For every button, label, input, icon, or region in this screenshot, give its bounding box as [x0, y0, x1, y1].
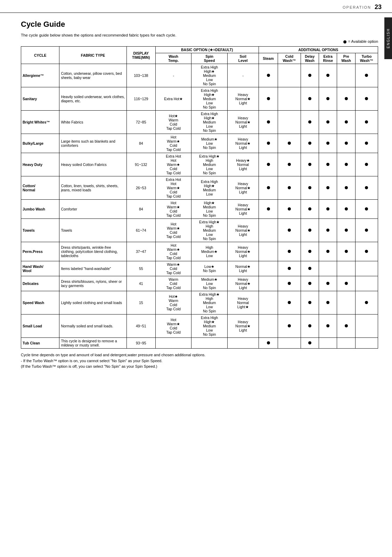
- availability-cell: [319, 242, 337, 261]
- availability-cell: [278, 219, 301, 242]
- table-cell: 93~95: [126, 338, 155, 349]
- available-dot: [288, 324, 291, 327]
- availability-cell: [278, 64, 301, 87]
- table-cell: 84: [126, 134, 155, 153]
- availability-cell: [319, 291, 337, 315]
- availability-cell: [337, 219, 355, 242]
- availability-cell: [355, 291, 378, 315]
- available-dot: [365, 163, 368, 166]
- availability-cell: [337, 291, 355, 315]
- table-row: Bulky/LargeLarge items such as blankets …: [21, 134, 378, 153]
- table-cell: Heavily soiled underwear, work clothes, …: [59, 87, 126, 111]
- availability-cell: [337, 242, 355, 261]
- availability-cell: [337, 276, 355, 291]
- available-dot: [365, 207, 368, 210]
- availability-cell: [278, 87, 301, 111]
- availability-cell: [278, 134, 301, 153]
- availability-cell: [319, 315, 337, 338]
- table-cell: WarmColdTap Cold: [155, 276, 191, 291]
- availability-cell: [355, 111, 378, 134]
- table-row: TowelsTowels61~74HotWarm★ColdTap ColdExt…: [21, 219, 378, 242]
- page-header: OPERATION 23: [0, 0, 392, 13]
- availability-cell: [319, 338, 337, 349]
- availability-cell: [355, 276, 378, 291]
- available-dot: [308, 120, 311, 124]
- available-dot: [267, 97, 270, 100]
- available-dot: [267, 163, 270, 166]
- table-cell: Heavy Duty: [21, 153, 59, 176]
- available-dot: [308, 229, 311, 232]
- available-dot: [326, 301, 329, 304]
- availability-cell: [301, 315, 319, 338]
- table-cell: HighMedium★Low: [191, 242, 228, 261]
- table-row: SanitaryHeavily soiled underwear, work c…: [21, 87, 378, 111]
- table-cell: Hand Wash/Wool: [21, 261, 59, 276]
- available-dot: [267, 186, 270, 189]
- available-dot: [288, 207, 291, 210]
- table-cell: HeavyNormal★Light: [227, 242, 259, 261]
- available-dot: [288, 163, 291, 166]
- col-header-wash: WashTemp.: [155, 53, 191, 64]
- availability-cell: [301, 64, 319, 87]
- available-dot: [308, 324, 311, 327]
- available-dot: [345, 207, 348, 210]
- availability-cell: [259, 315, 278, 338]
- table-cell: Allergiene™: [21, 64, 59, 87]
- footnote-line: - If the Turbo Wash™ option is on, you c…: [21, 358, 378, 364]
- table-cell: This cycle is designed to remove a milde…: [59, 338, 126, 349]
- availability-cell: [301, 261, 319, 276]
- table-cell: Extra High★HighMediumLowNo Spin: [191, 153, 228, 176]
- available-dot: [288, 267, 291, 270]
- availability-cell: [319, 261, 337, 276]
- availability-cell: [355, 338, 378, 349]
- availability-cell: [259, 261, 278, 276]
- table-cell: 55: [126, 261, 155, 276]
- table-cell: Medium★LowNo Spin: [191, 134, 228, 153]
- availability-cell: [337, 64, 355, 87]
- available-dot: [365, 97, 368, 100]
- availability-cell: [301, 276, 319, 291]
- table-cell: -: [155, 64, 191, 87]
- table-cell: Towels: [21, 219, 59, 242]
- availability-cell: [337, 261, 355, 276]
- table-cell: High★MediumLowNo Spin: [191, 200, 228, 219]
- availability-cell: [337, 153, 355, 176]
- available-dot: [267, 120, 270, 124]
- main-content: Cycle Guide The cycle guide below shows …: [0, 13, 392, 376]
- table-cell: Tub Clean: [21, 338, 59, 349]
- col-header-extra: ExtraRinse: [319, 53, 337, 64]
- table-cell: 26~53: [126, 176, 155, 200]
- bullet-icon: [343, 40, 346, 43]
- table-cell: Comforter: [59, 200, 126, 219]
- available-dot: [326, 229, 329, 232]
- availability-cell: [319, 153, 337, 176]
- table-cell: [191, 338, 228, 349]
- availability-cell: [355, 64, 378, 87]
- col-header-delay: DelayWash: [301, 53, 319, 64]
- available-dot: [267, 341, 270, 344]
- table-cell: Bulky/Large: [21, 134, 59, 153]
- table-cell: Normal★Light: [227, 261, 259, 276]
- availability-cell: [319, 111, 337, 134]
- availability-cell: [278, 176, 301, 200]
- col-header-steam: Steam: [259, 53, 278, 64]
- available-dot: [326, 250, 329, 253]
- available-dot: [345, 250, 348, 253]
- legend-text: = Available option: [348, 39, 378, 43]
- availability-cell: [337, 111, 355, 134]
- table-row: Bright Whites™White Fabrics72~85Hot★Warm…: [21, 111, 378, 134]
- availability-cell: [355, 242, 378, 261]
- table-row: DelicatesDress shirts/blouses, nylons, s…: [21, 276, 378, 291]
- table-cell: HeavyNormalLight★: [227, 291, 259, 315]
- table-cell: HotWarm★ColdTap Cold: [155, 242, 191, 261]
- table-cell: 84: [126, 200, 155, 219]
- available-dot: [288, 186, 291, 189]
- available-dot: [308, 301, 311, 304]
- table-cell: Heavy soiled Cotton Fabrics: [59, 153, 126, 176]
- table-cell: Heavy★NormalLight: [227, 153, 259, 176]
- table-cell: 37~47: [126, 242, 155, 261]
- table-cell: Delicates: [21, 276, 59, 291]
- availability-cell: [301, 242, 319, 261]
- footnote-line: (If the Turbo Wash™ option is off, you c…: [21, 364, 378, 369]
- availability-cell: [301, 87, 319, 111]
